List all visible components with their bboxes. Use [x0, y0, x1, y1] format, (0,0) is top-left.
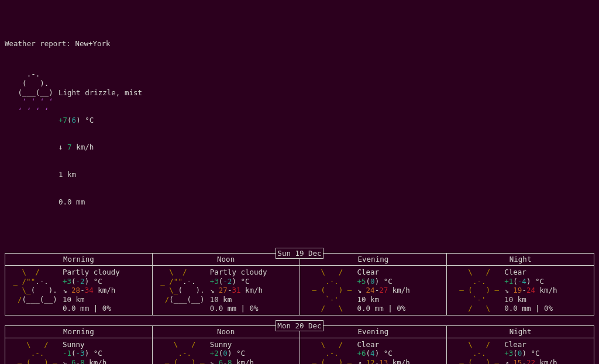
forecast-wind: ↘ 19-24 km/h: [504, 286, 590, 295]
forecast-wind: ↗ 12-13 km/h: [357, 358, 443, 364]
current-temp: +7(6) °C: [58, 116, 142, 125]
forecast-temp: +5(0) °C: [357, 277, 443, 286]
forecast-wind: ↘ 27-31 km/h: [210, 286, 296, 295]
current-condition: Light drizzle, mist: [58, 88, 142, 98]
forecast-temp: -1(-3) °C: [63, 349, 149, 358]
forecast-precip: 0.0 mm | 0%: [63, 304, 149, 313]
forecast-condition: Partly cloudy: [210, 268, 296, 277]
forecast-ascii-art: \ / .-. ‒ ( ) ‒ `-' / \: [450, 340, 504, 364]
forecast-cell: \ / .-. ‒ ( ) ‒ `-' / \ Clear+3(0) °C↗ 1…: [447, 338, 594, 364]
forecast-ascii-art: \ / .-. ‒ ( ) ‒ `-' / \: [450, 268, 504, 313]
forecast-temp: +1(-4) °C: [504, 277, 590, 286]
forecast-temp: +3(0) °C: [504, 349, 590, 358]
forecast-wind: ↘ 6-8 km/h: [210, 358, 296, 364]
forecast-visibility: 10 km: [504, 295, 590, 304]
forecast-condition: Clear: [357, 268, 443, 277]
forecast-cell: \ / .-. ‒ ( ) ‒ `-' / \ Clear+1(-4) °C↘ …: [447, 265, 594, 315]
forecast-condition: Partly cloudy: [63, 268, 149, 277]
report-title: Weather report: New+York: [5, 39, 594, 48]
forecast-wind: ↘ 24-27 km/h: [357, 286, 443, 295]
forecast-cell: \ / .-. ‒ ( ) ‒ `-' / \ Clear+6(4) °C↗ 1…: [300, 338, 447, 364]
forecast-wind: ↘ 28-34 km/h: [63, 286, 149, 295]
forecast-cell: \ / _ /"".-. \_( ). /(___(__) Partly clo…: [5, 265, 153, 315]
forecast-precip: 0.0 mm | 0%: [504, 304, 590, 313]
forecast-wind: ↘ 6-8 km/h: [63, 358, 149, 364]
forecast-temp: +3(-2) °C: [63, 277, 149, 286]
forecast-condition: Clear: [504, 268, 590, 277]
terminal-output: { "title": "Weather report: New+York", "…: [0, 0, 599, 364]
forecast-table: MorningNoonEveningNight \ / _ /"".-. \_(…: [5, 253, 594, 316]
forecast-cell: \ / _ /"".-. \_( ). /(___(__) Partly clo…: [152, 265, 300, 315]
forecast-temp: +6(4) °C: [357, 349, 443, 358]
forecast-ascii-art: \ / .-. ‒ ( ) ‒ `-' / \: [9, 340, 63, 364]
current-wind: ↓ 7 km/h: [58, 143, 142, 152]
forecast-wind: ↗ 15-22 km/h: [504, 358, 590, 364]
forecast-condition: Sunny: [210, 340, 296, 349]
current-ascii-art: .-. ( ). (___(__) ʻ ʻ ʻ ʻ ʻ ʻ ʻ ʻ: [5, 70, 58, 225]
forecast-condition: Clear: [504, 340, 590, 349]
forecast-condition: Sunny: [63, 340, 149, 349]
forecast-ascii-art: \ / .-. ‒ ( ) ‒ `-' / \: [156, 340, 210, 364]
forecast-ascii-art: \ / _ /"".-. \_( ). /(___(__): [156, 268, 210, 313]
forecast-visibility: 10 km: [357, 295, 443, 304]
forecast-ascii-art: \ / _ /"".-. \_( ). /(___(__): [9, 268, 63, 313]
forecast-visibility: 10 km: [210, 295, 296, 304]
forecast-cell: \ / .-. ‒ ( ) ‒ `-' / \ Sunny+2(0) °C↘ 6…: [152, 338, 300, 364]
current-visibility: 1 km: [58, 170, 142, 179]
current-precip: 0.0 mm: [58, 197, 142, 207]
forecast-precip: 0.0 mm | 0%: [210, 304, 296, 313]
forecast-cell: \ / .-. ‒ ( ) ‒ `-' / \ Clear+5(0) °C↘ 2…: [300, 265, 447, 315]
forecast-ascii-art: \ / .-. ‒ ( ) ‒ `-' / \: [304, 268, 357, 313]
forecast-temp: +3(-2) °C: [210, 277, 296, 286]
forecast-ascii-art: \ / .-. ‒ ( ) ‒ `-' / \: [304, 340, 357, 364]
forecast-temp: +2(0) °C: [210, 349, 296, 358]
forecast-visibility: 10 km: [63, 295, 149, 304]
day-header: Sun 19 Dec: [276, 248, 323, 259]
day-header: Mon 20 Dec: [276, 320, 323, 331]
forecast-condition: Clear: [357, 340, 443, 349]
forecast-cell: \ / .-. ‒ ( ) ‒ `-' / \ Sunny-1(-3) °C↘ …: [5, 338, 153, 364]
forecast-precip: 0.0 mm | 0%: [357, 304, 443, 313]
